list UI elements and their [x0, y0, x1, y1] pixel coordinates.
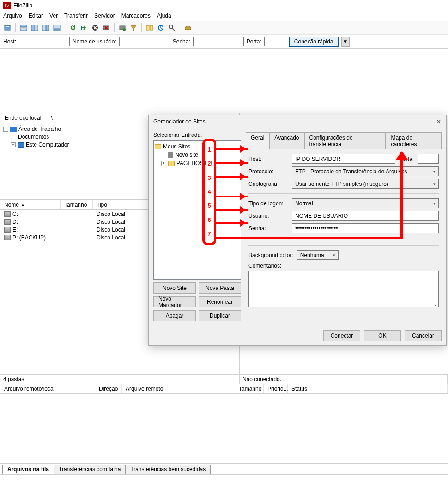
- queue-header: Arquivo remoto/local Direção Arquivo rem…: [0, 384, 448, 394]
- tree-pagehost[interactable]: PAGEHOST_1: [176, 159, 213, 167]
- toggle-remotetree-icon[interactable]: [41, 23, 51, 33]
- encryption-select[interactable]: Usar somente FTP simples (inseguro)▾: [292, 179, 439, 189]
- menu-transferir[interactable]: Transferir: [64, 12, 88, 19]
- cancel-icon[interactable]: [90, 23, 100, 33]
- tab-geral[interactable]: Geral: [246, 132, 269, 149]
- toggle-queue-icon[interactable]: [52, 23, 62, 33]
- logon-select[interactable]: Normal▾: [292, 198, 439, 208]
- tree-expander-icon[interactable]: −: [3, 127, 8, 132]
- menu-servidor[interactable]: Servidor: [94, 12, 115, 19]
- tab-charset[interactable]: Mapa de caracteres: [386, 132, 442, 149]
- port-input[interactable]: [264, 37, 286, 46]
- col-name[interactable]: Nome▲: [0, 200, 61, 209]
- qcol-dir[interactable]: Direção: [95, 384, 122, 393]
- desktop-icon: [10, 127, 17, 132]
- renomear-button[interactable]: Renomear: [199, 296, 241, 307]
- svg-rect-8: [54, 25, 60, 29]
- toggle-log-icon[interactable]: [18, 23, 29, 33]
- host-label: Host:: [3, 38, 16, 45]
- usuario-label: Usuário:: [248, 213, 288, 219]
- tree-documents[interactable]: Documentos: [18, 133, 49, 141]
- tab-falha[interactable]: Transferências com falha: [54, 465, 126, 474]
- filter-icon[interactable]: [128, 23, 139, 33]
- bgcolor-label: Background color:: [248, 252, 293, 258]
- disconnect-icon[interactable]: [101, 23, 111, 33]
- bgcolor-select[interactable]: Nenhuma▾: [297, 250, 339, 260]
- cancelar-button[interactable]: Cancelar: [405, 330, 442, 341]
- local-address-label: Endereço local:: [0, 113, 47, 123]
- svg-rect-1: [6, 26, 9, 27]
- close-icon[interactable]: ✕: [436, 118, 442, 125]
- tab-avancado[interactable]: Avançado: [269, 132, 304, 149]
- nova-pasta-button[interactable]: Nova Pasta: [199, 282, 241, 294]
- host-field[interactable]: [292, 154, 395, 164]
- svg-rect-6: [42, 25, 46, 31]
- qcol-status[interactable]: Status: [288, 384, 448, 393]
- tab-fila[interactable]: Arquivos na fila: [2, 465, 54, 474]
- svg-rect-0: [5, 25, 10, 30]
- bottom-tabs: Arquivos na fila Transferências com falh…: [0, 463, 448, 474]
- tab-sucesso[interactable]: Transferências bem sucedidas: [125, 465, 211, 474]
- tree-expander-icon[interactable]: +: [161, 161, 166, 166]
- toggle-localtree-icon[interactable]: [30, 23, 40, 33]
- ok-button[interactable]: OK: [364, 330, 401, 341]
- host-input[interactable]: [19, 37, 70, 46]
- reconnect-icon[interactable]: [117, 23, 127, 33]
- apagar-button[interactable]: Apagar: [153, 310, 196, 321]
- qcol-file[interactable]: Arquivo remoto/local: [0, 384, 95, 393]
- comments-field[interactable]: [248, 271, 439, 307]
- drive-icon: [4, 219, 11, 225]
- tree-computer[interactable]: Este Computador: [26, 141, 69, 149]
- user-label: Nome de usuário:: [73, 38, 116, 45]
- menu-editar[interactable]: Editar: [29, 12, 43, 19]
- quickconnect-dropdown[interactable]: ▼: [341, 37, 350, 47]
- porta-field[interactable]: [418, 154, 439, 164]
- svg-rect-5: [35, 25, 38, 31]
- tree-expander-icon[interactable]: +: [11, 142, 16, 147]
- qcol-remote[interactable]: Arquivo remoto: [122, 384, 235, 393]
- chevron-down-icon: ▾: [433, 201, 436, 206]
- novo-marcador-button[interactable]: Novo Marcador: [153, 296, 196, 307]
- tab-transfer[interactable]: Configurações de transferência: [304, 132, 386, 149]
- user-input[interactable]: [119, 37, 170, 46]
- tree-desktop[interactable]: Área de Trabalho: [18, 125, 61, 133]
- usuario-field[interactable]: [292, 211, 439, 221]
- senha-field[interactable]: [292, 223, 439, 233]
- pass-input[interactable]: [193, 37, 244, 46]
- folder-icon: [155, 144, 161, 149]
- drive-icon: [4, 211, 11, 217]
- tree-meus-sites[interactable]: Meus Sites: [163, 142, 190, 151]
- col-size[interactable]: Tamanho: [61, 200, 93, 209]
- tree-novo-site[interactable]: Novo site: [175, 151, 198, 159]
- menu-ajuda[interactable]: Ajuda: [157, 12, 171, 19]
- novo-site-button[interactable]: Novo Site: [153, 282, 196, 294]
- select-entry-label: Selecionar Entrada:: [153, 132, 241, 138]
- binoculars-icon[interactable]: [183, 23, 193, 33]
- process-queue-icon[interactable]: [79, 23, 89, 33]
- menubar: Arquivo Editar Ver Transferir Servidor M…: [0, 11, 448, 21]
- titlebar: FileZilla: [0, 0, 448, 11]
- compare-icon[interactable]: [145, 23, 155, 33]
- menu-marcadores[interactable]: Marcadores: [121, 12, 151, 19]
- site-manager-dialog: Gerenciador de Sites ✕ Selecionar Entrad…: [148, 115, 447, 346]
- qcol-size[interactable]: Tamanho: [235, 384, 264, 393]
- sync-browse-icon[interactable]: [156, 23, 166, 33]
- pass-label: Senha:: [173, 38, 190, 45]
- dialog-title: Gerenciador de Sites: [153, 118, 206, 125]
- site-tree[interactable]: Meus Sites Novo site +PAGEHOST_1: [153, 140, 241, 280]
- conectar-button[interactable]: Conectar: [323, 330, 360, 341]
- quickconnect-bar: Host: Nome de usuário: Senha: Porta: Con…: [0, 35, 448, 49]
- encryption-label: Criptografia: [248, 181, 288, 187]
- quickconnect-button[interactable]: Conexão rápida: [289, 37, 339, 47]
- svg-rect-4: [31, 25, 34, 31]
- menu-arquivo[interactable]: Arquivo: [3, 12, 22, 19]
- queue-body: [0, 394, 448, 463]
- duplicar-button[interactable]: Duplicar: [199, 310, 241, 321]
- refresh-icon[interactable]: [68, 23, 78, 33]
- svg-point-19: [188, 27, 191, 30]
- menu-ver[interactable]: Ver: [49, 12, 58, 19]
- sitemanager-icon[interactable]: [2, 23, 12, 33]
- protocol-select[interactable]: FTP - Protocolo de Transferência de Arqu…: [292, 166, 439, 176]
- search-icon[interactable]: [167, 23, 177, 33]
- qcol-prio[interactable]: Priorid...: [264, 384, 288, 393]
